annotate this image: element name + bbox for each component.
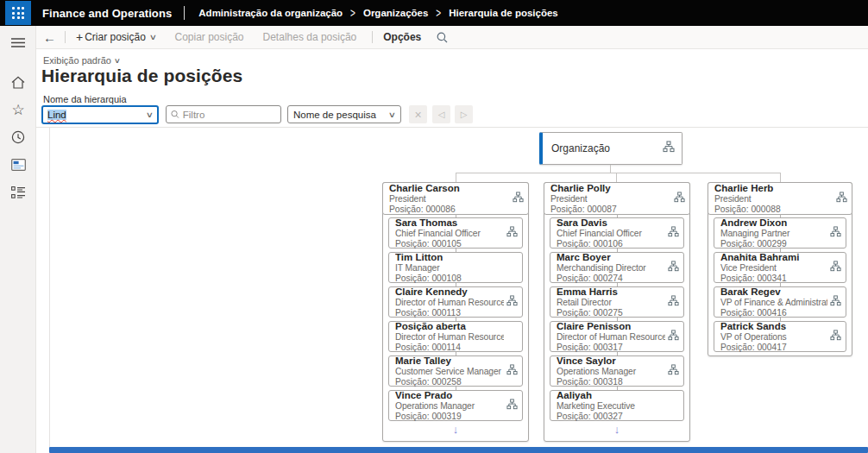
job-title: Customer Service Manager [395,367,504,377]
filter-input[interactable] [183,110,276,120]
connector-line [780,173,781,182]
position-card[interactable]: Claire Kennedy Director of Human Resourc… [388,286,523,318]
workspaces-icon[interactable] [0,152,36,178]
action-bar-divider [372,31,373,43]
next-result-button[interactable]: ▷ [455,105,473,123]
card-text: Anahita Bahrami Vice President Posição: … [720,252,827,283]
card-text: Sara Thomas Chief Financial Officer Posi… [395,217,504,249]
app-title[interactable]: Finance and Operations [42,7,172,20]
position-card[interactable]: Patrick Sands VP of Operations Posição: … [714,321,846,352]
job-title: Vice President [720,263,827,274]
position-card[interactable]: Vince Saylor Operations Manager Posição:… [550,355,684,387]
position-number: Posição: 000416 [720,308,827,318]
hierarchy-icon[interactable] [674,191,685,206]
home-icon[interactable] [0,69,36,95]
position-number: Posição: 000317 [557,343,665,353]
filter-searchbox[interactable] [166,105,281,123]
hierarchy-icon[interactable] [668,363,679,379]
modules-list-icon[interactable] [0,179,36,205]
breadcrumb-item-module[interactable]: Administração da organização [198,8,343,18]
position-card[interactable]: Posição aberta Director of Human Resourc… [388,321,523,352]
person-name: Charlie Polly [550,183,671,194]
card-text: Aaliyah Marketing Executive Posição: 000… [557,390,665,421]
recent-clock-icon[interactable] [0,124,36,150]
card-text: Claire Penisson Director of Human Resour… [557,321,665,352]
create-position-button[interactable]: + Criar posição ∨ [74,30,157,44]
position-details-button[interactable]: Detalhes da posição [261,31,359,43]
person-name: Vince Prado [395,390,504,401]
clear-search-button[interactable]: × [409,105,427,123]
hierarchy-icon[interactable] [668,294,679,310]
position-card[interactable]: Aaliyah Marketing Executive Posição: 000… [550,390,684,421]
job-title: Operations Manager [557,367,665,377]
hierarchy-icon[interactable] [506,294,518,310]
job-title: Marketing Executive [557,401,665,412]
position-card[interactable]: Sara Davis Chief Financial Officer Posiç… [550,217,684,249]
card-text: Marc Boyer Merchandising Director Posiçã… [557,252,665,283]
job-title: VP of Finance & Administration [720,298,827,308]
hierarchy-name-combobox[interactable]: Lind ∨ [41,105,159,124]
hierarchy-icon [663,141,675,156]
hierarchy-icon[interactable] [668,329,679,344]
action-bar-divider [65,31,66,43]
horizontal-scrollbar[interactable] [49,447,868,453]
expand-more-arrow-icon[interactable]: ↓ [383,424,528,437]
org-group: Charlie Polly President Posição: 000087 … [544,182,690,442]
search-by-dropdown[interactable]: Nome de pesquisa ∨ [287,105,401,123]
hierarchy-icon[interactable] [830,294,841,310]
position-card[interactable]: Andrew Dixon Managing Partner Posição: 0… [714,217,846,249]
position-card[interactable]: Vince Prado Operations Manager Posição: … [388,390,523,421]
card-text: Barak Regev VP of Finance & Administrati… [720,286,827,318]
position-number: Posição: 000113 [395,308,504,318]
breadcrumb-item-page[interactable]: Hierarquia de posições [449,8,558,18]
hierarchy-icon[interactable] [830,225,841,241]
position-card[interactable]: Barak Regev VP of Finance & Administrati… [714,286,846,318]
hierarchy-icon[interactable] [668,260,679,275]
app-launcher-waffle-icon[interactable] [5,1,31,25]
manager-position-card[interactable]: Charlie Polly President Posição: 000087 [544,182,690,215]
position-card[interactable]: Claire Penisson Director of Human Resour… [550,321,684,352]
favorites-star-icon[interactable]: ☆ [0,97,36,123]
hierarchy-icon[interactable] [513,191,524,206]
manager-position-card[interactable]: Charlie Carson President Posição: 000086 [382,182,529,215]
position-card[interactable]: Sara Thomas Chief Financial Officer Posi… [388,217,523,249]
card-text: Marie Talley Customer Service Manager Po… [395,355,504,387]
position-card[interactable]: Emma Harris Retail Director Posição: 000… [550,286,684,318]
chevron-down-icon: ∨ [149,33,157,41]
position-card[interactable]: Marie Talley Customer Service Manager Po… [388,355,523,387]
position-card[interactable]: Marc Boyer Merchandising Director Posiçã… [550,252,684,283]
breadcrumb-item-area[interactable]: Organizações [363,8,428,18]
position-number: Posição: 000258 [395,377,504,387]
chevron-down-icon[interactable]: ∨ [146,110,154,119]
view-selector-label: Exibição padrão [43,55,111,66]
card-text: Andrew Dixon Managing Partner Posição: 0… [720,217,827,249]
hierarchy-icon[interactable] [506,225,518,241]
back-arrow-icon[interactable]: ← [43,30,56,45]
job-title: President [714,194,833,204]
person-name: Claire Kennedy [395,286,504,298]
expand-more-arrow-icon[interactable]: ↓ [544,424,689,437]
hierarchy-icon[interactable] [836,191,847,206]
hierarchy-icon[interactable] [506,398,518,413]
position-card[interactable]: Anahita Bahrami Vice President Posição: … [714,252,846,283]
position-card[interactable]: Tim Litton IT Manager Posição: 000108 [388,252,523,283]
action-bar: ← + Criar posição ∨ Copiar posição Detal… [36,26,868,49]
person-name: Emma Harris [557,286,665,298]
manager-position-card[interactable]: Charlie Herb President Posição: 000088 [708,182,852,215]
previous-result-button[interactable]: ◁ [432,105,450,123]
search-icon[interactable] [437,32,448,43]
options-button[interactable]: Opções [381,31,423,43]
org-root-node[interactable]: Organização [539,132,682,165]
hierarchy-icon[interactable] [668,225,679,241]
hierarchy-icon[interactable] [830,260,841,275]
app-window: Finance and Operations Administração da … [0,0,868,453]
hierarchy-icon[interactable] [506,363,518,379]
copy-position-button[interactable]: Copiar posição [173,31,245,43]
hierarchy-icon[interactable] [830,329,841,344]
create-position-label: Criar posição [85,31,146,43]
breadcrumb: Administração da organização > Organizaç… [198,8,557,18]
hamburger-menu-icon[interactable] [0,29,36,55]
card-text: Posição aberta Director of Human Resourc… [395,321,504,352]
view-selector[interactable]: Exibição padrão ∨ [43,55,120,66]
position-number: Posição: 000319 [395,412,504,422]
